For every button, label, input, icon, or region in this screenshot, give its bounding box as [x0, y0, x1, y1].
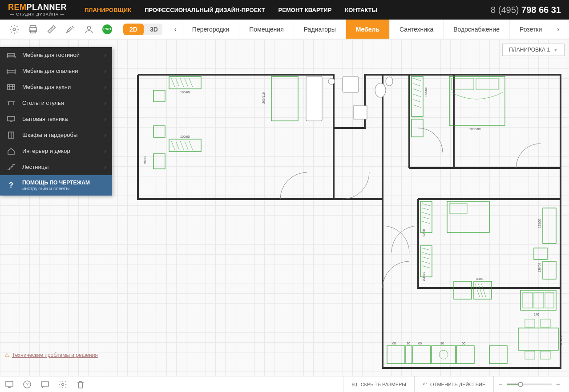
- zoom-slider[interactable]: [507, 384, 552, 385]
- nav-contacts[interactable]: КОНТАКТЫ: [345, 7, 377, 13]
- svg-rect-66: [541, 319, 550, 327]
- svg-rect-13: [354, 106, 367, 119]
- floor-plan[interactable]: 100/60 100/60 60/60 200/110 165/60 200/1…: [133, 70, 565, 372]
- svg-rect-44: [454, 281, 472, 299]
- help-icon[interactable]: ?: [22, 380, 32, 389]
- view-3d[interactable]: 3D: [144, 24, 162, 35]
- nav-planner[interactable]: ПЛАНИРОВЩИК: [85, 7, 131, 13]
- svg-point-4: [87, 26, 90, 29]
- svg-rect-42: [543, 261, 556, 279]
- svg-point-14: [375, 83, 386, 97]
- svg-text:140/76: 140/76: [559, 335, 562, 345]
- svg-text:40/70: 40/70: [422, 229, 425, 237]
- svg-rect-21: [153, 126, 165, 137]
- tab-strip: Перегородки Помещения Радиаторы Мебель С…: [182, 20, 552, 39]
- worker-icon[interactable]: [84, 24, 94, 35]
- svg-rect-41: [534, 248, 547, 260]
- gear-icon[interactable]: [58, 380, 68, 389]
- svg-text:100/70: 100/70: [422, 272, 425, 281]
- svg-rect-6: [7, 70, 15, 73]
- chevron-right-icon: ›: [104, 148, 106, 154]
- svg-point-56: [439, 350, 448, 359]
- furniture-sidebar: Мебель для гостиной › Мебель для спальни…: [0, 47, 112, 196]
- toolbar: PRO 2D 3D ‹ Перегородки Помещения Радиат…: [0, 20, 569, 39]
- svg-rect-64: [518, 328, 558, 350]
- svg-rect-47: [521, 290, 556, 310]
- logo-planner: PLANNER: [27, 3, 67, 12]
- svg-rect-31: [476, 78, 498, 90]
- sidebar-item-stairs[interactable]: Лестницы ›: [0, 159, 112, 175]
- tv-icon: [6, 114, 16, 124]
- svg-rect-30: [452, 78, 474, 90]
- tab-partitions[interactable]: Перегородки: [182, 20, 239, 39]
- svg-text:200/110: 200/110: [262, 92, 265, 104]
- tab-water[interactable]: Водоснабжение: [443, 20, 509, 39]
- phone-number[interactable]: 8 (495) 798 66 31: [491, 5, 561, 15]
- trash-icon[interactable]: [76, 380, 85, 389]
- svg-rect-10: [306, 76, 322, 121]
- svg-text:60: 60: [392, 342, 396, 345]
- sidebar-item-decor[interactable]: Интерьер и декор ›: [0, 143, 112, 159]
- home-icon: [6, 146, 16, 156]
- sidebar-item-bedroom[interactable]: Мебель для спальни ›: [0, 63, 112, 79]
- svg-rect-24: [271, 76, 298, 121]
- ruler-icon[interactable]: [46, 24, 57, 35]
- print-icon[interactable]: [28, 24, 38, 35]
- tab-radiators[interactable]: Радиаторы: [294, 20, 346, 39]
- nav-design[interactable]: ПРОФЕССИОНАЛЬНЫЙ ДИЗАЙН-ПРОЕКТ: [145, 7, 265, 13]
- stairs-icon: [6, 162, 16, 172]
- svg-rect-36: [449, 204, 467, 213]
- svg-point-15: [386, 77, 393, 86]
- settings-icon[interactable]: [9, 24, 20, 35]
- svg-text:165/60: 165/60: [424, 87, 428, 97]
- tab-furniture[interactable]: Мебель: [346, 20, 389, 39]
- kitchen-icon: [6, 82, 16, 92]
- chat-icon[interactable]: [40, 380, 50, 389]
- hide-dimensions-button[interactable]: 80 СКРЫТЬ РАЗМЕРЫ: [343, 376, 414, 392]
- svg-point-11: [328, 78, 335, 84]
- tab-rooms[interactable]: Помещения: [239, 20, 294, 39]
- tabs-prev-icon[interactable]: ‹: [169, 23, 182, 36]
- sofa-icon: [6, 50, 16, 60]
- sidebar-item-wardrobes[interactable]: Шкафы и гардеробы ›: [0, 127, 112, 143]
- nav-repair[interactable]: РЕМОНТ КВАРТИР: [278, 7, 332, 13]
- view-2d[interactable]: 2D: [123, 24, 144, 35]
- sidebar-item-living[interactable]: Мебель для гостиной ›: [0, 47, 112, 63]
- undo-button[interactable]: ↶ ОТМЕНИТЬ ДЕЙСТВИЕ: [414, 376, 493, 392]
- svg-rect-7: [8, 84, 15, 90]
- chevron-right-icon: ›: [104, 68, 106, 74]
- sidebar-help[interactable]: ? ПОМОЩЬ ПО ЧЕРТЕЖАМ инструкции и советы: [0, 175, 112, 196]
- zoom-out-button[interactable]: −: [498, 380, 502, 388]
- svg-text:?: ?: [26, 382, 28, 387]
- main-nav: ПЛАНИРОВЩИК ПРОФЕССИОНАЛЬНЫЙ ДИЗАЙН-ПРОЕ…: [85, 7, 491, 13]
- svg-rect-49: [534, 292, 544, 308]
- svg-text:60: 60: [418, 342, 422, 345]
- sidebar-item-kitchen[interactable]: Мебель для кухни ›: [0, 79, 112, 95]
- screen-icon[interactable]: [4, 380, 14, 389]
- tab-sockets[interactable]: Розетки: [509, 20, 552, 39]
- zoom-in-button[interactable]: +: [556, 380, 560, 388]
- plan-dropdown[interactable]: ПЛАНИРОВКА 1 ▼: [502, 44, 565, 56]
- view-toggle: 2D 3D: [123, 24, 162, 35]
- undo-icon: ↶: [423, 381, 427, 387]
- svg-rect-53: [406, 346, 412, 364]
- svg-point-73: [62, 383, 64, 385]
- tools-icon[interactable]: [65, 24, 76, 35]
- chevron-right-icon: ›: [104, 132, 106, 138]
- sidebar-item-tables[interactable]: Столы и стулья ›: [0, 95, 112, 111]
- sidebar-item-appliances[interactable]: Бытовая техника ›: [0, 111, 112, 127]
- svg-rect-12: [343, 76, 359, 92]
- svg-rect-48: [523, 292, 533, 308]
- tech-issues-link[interactable]: ⚠ Технические проблемы и решения: [4, 352, 98, 358]
- tab-plumbing[interactable]: Сантехника: [389, 20, 443, 39]
- pro-badge[interactable]: PRO: [102, 24, 112, 34]
- svg-rect-54: [413, 346, 431, 364]
- logo-rem: REM: [8, 3, 27, 12]
- canvas[interactable]: ПЛАНИРОВКА 1 ▼ Мебель для гостиной › Меб…: [0, 39, 569, 376]
- svg-rect-50: [545, 292, 554, 308]
- chevron-right-icon: ›: [104, 52, 106, 58]
- svg-rect-58: [489, 346, 507, 364]
- svg-rect-39: [543, 208, 556, 244]
- logo[interactable]: REMPLANNER — СТУДИЯ ДИЗАЙНА —: [8, 3, 67, 16]
- tabs-next-icon[interactable]: ›: [552, 25, 565, 33]
